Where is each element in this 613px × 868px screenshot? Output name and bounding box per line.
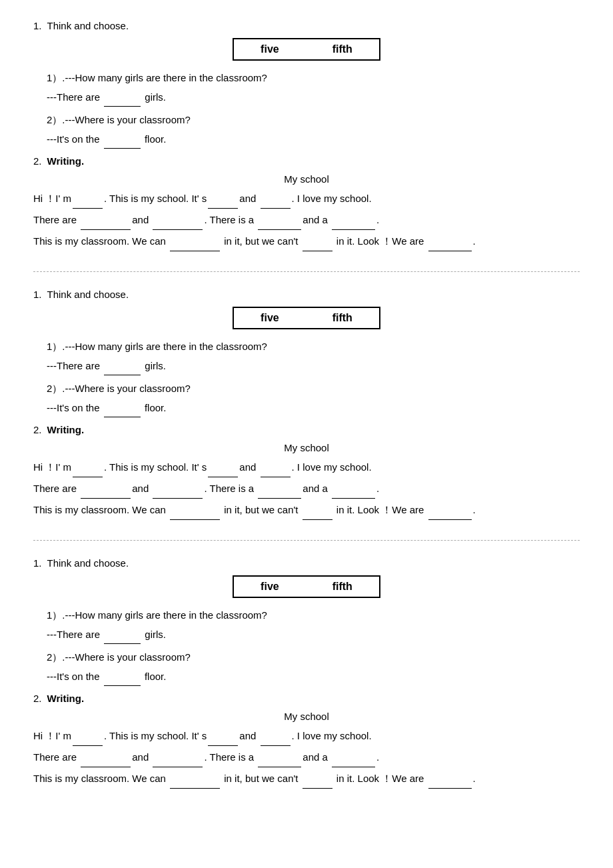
- question-block-1: 2）.---Where is your classroom?---It's on…: [33, 648, 580, 686]
- task2-number: 2.: [33, 155, 42, 167]
- blank-there1: [81, 757, 131, 767]
- task1-title: 1.Think and choose.: [33, 20, 580, 31]
- choice-table: fivefifth: [33, 38, 580, 61]
- writing-line-1: Hi ！I' m. This is my school. It' sand . …: [33, 726, 580, 746]
- blank-school1: [208, 198, 238, 209]
- blank-there4: [332, 757, 375, 767]
- blank-there2: [153, 488, 203, 499]
- task1-text: Think and choose.: [47, 289, 129, 300]
- blank-cant: [303, 509, 332, 520]
- answer-line-0: ---There are girls.: [47, 625, 580, 645]
- answer-blank-1: [104, 675, 141, 686]
- blank-there3: [258, 219, 301, 230]
- blank-there1: [81, 488, 131, 499]
- writing-title: My school: [33, 442, 580, 453]
- choice-word-1: fifth: [306, 579, 379, 594]
- writing-line-3: This is my classroom. We can in it, but …: [33, 769, 580, 789]
- task1-text: Think and choose.: [47, 557, 129, 569]
- choice-box: fivefifth: [233, 38, 380, 61]
- choice-word-0: five: [234, 42, 306, 57]
- choice-box: fivefifth: [233, 307, 380, 329]
- blank-school2: [261, 198, 291, 209]
- blank-there3: [258, 757, 301, 767]
- task1-title: 1.Think and choose.: [33, 289, 580, 300]
- answer-blank-0: [104, 96, 141, 107]
- question-block-0: 1）.---How many girls are there in the cl…: [33, 337, 580, 375]
- blank-there2: [153, 219, 203, 230]
- blank-weare: [428, 241, 472, 251]
- choice-table: fivefifth: [33, 575, 580, 598]
- blank-there3: [258, 488, 301, 499]
- choice-word-0: five: [234, 311, 306, 325]
- writing-line-1: Hi ！I' m. This is my school. It' sand . …: [33, 457, 580, 477]
- writing-line-1: Hi ！I' m. This is my school. It' sand . …: [33, 189, 580, 209]
- choice-box: fivefifth: [233, 575, 380, 598]
- answer-line-1: ---It's on the floor.: [47, 399, 580, 418]
- blank-school2: [261, 735, 291, 746]
- answer-blank-0: [104, 633, 141, 644]
- task1-number: 1.: [33, 289, 42, 300]
- choice-word-1: fifth: [306, 311, 379, 325]
- task2-title: 2.Writing.: [33, 693, 580, 704]
- blank-there4: [332, 488, 375, 499]
- task2-title: 2.Writing.: [33, 424, 580, 435]
- blank-cant: [303, 241, 332, 251]
- blank-school1: [208, 467, 238, 477]
- task1-number: 1.: [33, 557, 42, 569]
- blank-name: [73, 735, 103, 746]
- answer-line-1: ---It's on the floor.: [47, 667, 580, 687]
- writing-line-3: This is my classroom. We can in it, but …: [33, 500, 580, 520]
- question-block-0: 1）.---How many girls are there in the cl…: [33, 69, 580, 107]
- question-line-0: 1）.---How many girls are there in the cl…: [47, 337, 580, 357]
- blank-weare: [428, 509, 472, 520]
- question-block-0: 1）.---How many girls are there in the cl…: [33, 606, 580, 644]
- blank-school1: [208, 735, 238, 746]
- task2-number: 2.: [33, 693, 42, 704]
- question-block-1: 2）.---Where is your classroom?---It's on…: [33, 111, 580, 149]
- blank-can: [170, 778, 220, 789]
- answer-blank-1: [104, 138, 141, 149]
- question-block-1: 2）.---Where is your classroom?---It's on…: [33, 379, 580, 417]
- blank-there1: [81, 219, 131, 230]
- choice-word-1: fifth: [306, 42, 379, 57]
- blank-name: [73, 467, 103, 477]
- writing-title: My school: [33, 173, 580, 185]
- task2-text: Writing.: [47, 155, 85, 167]
- answer-line-1: ---It's on the floor.: [47, 130, 580, 149]
- worksheet-section: 1.Think and choose.fivefifth1）.---How ma…: [33, 557, 580, 789]
- task1-number: 1.: [33, 20, 42, 31]
- choice-word-0: five: [234, 579, 306, 594]
- blank-cant: [303, 778, 332, 789]
- worksheet-section: 1.Think and choose.fivefifth1）.---How ma…: [33, 289, 580, 520]
- writing-line-2: There are and . There is a and a .: [33, 479, 580, 499]
- blank-can: [170, 241, 220, 251]
- task2-text: Writing.: [47, 424, 85, 435]
- writing-line-2: There are and . There is a and a .: [33, 747, 580, 767]
- answer-line-0: ---There are girls.: [47, 357, 580, 376]
- question-line-0: 1）.---How many girls are there in the cl…: [47, 69, 580, 88]
- blank-can: [170, 509, 220, 520]
- question-line-1: 2）.---Where is your classroom?: [47, 379, 580, 399]
- task1-text: Think and choose.: [47, 20, 129, 31]
- writing-line-3: This is my classroom. We can in it, but …: [33, 231, 580, 251]
- worksheet-section: 1.Think and choose.fivefifth1）.---How ma…: [33, 20, 580, 251]
- blank-weare: [428, 778, 472, 789]
- task1-title: 1.Think and choose.: [33, 557, 580, 569]
- question-line-0: 1）.---How many girls are there in the cl…: [47, 606, 580, 625]
- answer-line-0: ---There are girls.: [47, 88, 580, 107]
- section-divider: [33, 271, 580, 272]
- answer-blank-1: [104, 407, 141, 417]
- answer-blank-0: [104, 365, 141, 375]
- blank-there2: [153, 757, 203, 767]
- blank-school2: [261, 467, 291, 477]
- blank-name: [73, 198, 103, 209]
- choice-table: fivefifth: [33, 307, 580, 329]
- writing-title: My school: [33, 711, 580, 722]
- task2-number: 2.: [33, 424, 42, 435]
- question-line-1: 2）.---Where is your classroom?: [47, 648, 580, 667]
- question-line-1: 2）.---Where is your classroom?: [47, 111, 580, 130]
- writing-line-2: There are and . There is a and a .: [33, 210, 580, 230]
- section-divider: [33, 540, 580, 541]
- task2-title: 2.Writing.: [33, 155, 580, 167]
- blank-there4: [332, 219, 375, 230]
